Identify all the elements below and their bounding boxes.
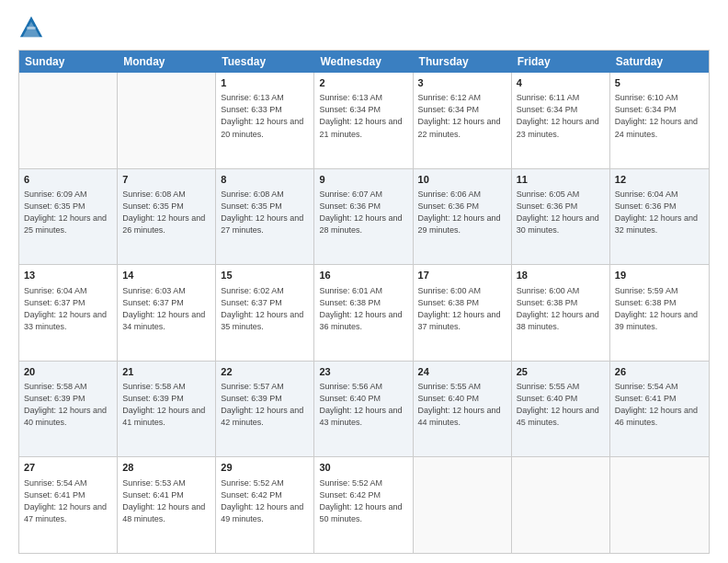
day-number: 14 <box>122 269 210 282</box>
cell-detail: Sunrise: 6:13 AMSunset: 6:33 PMDaylight:… <box>221 92 309 140</box>
cell-detail: Sunrise: 5:59 AMSunset: 6:38 PMDaylight:… <box>615 285 704 333</box>
cell-detail: Sunrise: 6:05 AMSunset: 6:36 PMDaylight:… <box>517 189 605 236</box>
day-number: 26 <box>615 365 704 379</box>
calendar-cell: 22Sunrise: 5:57 AMSunset: 6:39 PMDayligh… <box>216 362 314 457</box>
day-number: 17 <box>418 269 506 282</box>
day-number: 30 <box>319 461 407 475</box>
calendar-cell: 25Sunrise: 5:55 AMSunset: 6:40 PMDayligh… <box>512 362 610 457</box>
calendar-cell: 18Sunrise: 6:00 AMSunset: 6:38 PMDayligh… <box>512 265 610 361</box>
calendar-cell: 6Sunrise: 6:09 AMSunset: 6:35 PMDaylight… <box>19 169 118 265</box>
calendar-header-cell: Thursday <box>414 51 512 73</box>
day-number: 29 <box>221 461 309 475</box>
cell-detail: Sunrise: 5:53 AMSunset: 6:41 PMDaylight:… <box>122 477 210 525</box>
calendar-body: 1Sunrise: 6:13 AMSunset: 6:33 PMDaylight… <box>19 73 709 553</box>
cell-detail: Sunrise: 6:08 AMSunset: 6:35 PMDaylight:… <box>122 189 210 236</box>
cell-detail: Sunrise: 6:03 AMSunset: 6:37 PMDaylight:… <box>122 285 210 333</box>
calendar-cell: 16Sunrise: 6:01 AMSunset: 6:38 PMDayligh… <box>314 265 413 361</box>
cell-detail: Sunrise: 5:57 AMSunset: 6:39 PMDaylight:… <box>221 381 309 429</box>
day-number: 22 <box>221 365 309 379</box>
calendar-header-cell: Friday <box>512 51 610 73</box>
day-number: 27 <box>24 461 112 475</box>
day-number: 10 <box>418 173 506 187</box>
cell-detail: Sunrise: 6:01 AMSunset: 6:38 PMDaylight:… <box>319 285 407 333</box>
calendar-cell: 30Sunrise: 5:52 AMSunset: 6:42 PMDayligh… <box>314 457 413 553</box>
cell-detail: Sunrise: 6:07 AMSunset: 6:36 PMDaylight:… <box>319 189 407 236</box>
cell-detail: Sunrise: 5:56 AMSunset: 6:40 PMDaylight:… <box>319 381 407 429</box>
calendar-cell: 17Sunrise: 6:00 AMSunset: 6:38 PMDayligh… <box>414 265 512 361</box>
calendar-cell <box>512 457 610 553</box>
calendar-cell: 14Sunrise: 6:03 AMSunset: 6:37 PMDayligh… <box>118 265 216 361</box>
cell-detail: Sunrise: 5:54 AMSunset: 6:41 PMDaylight:… <box>24 477 112 525</box>
day-number: 20 <box>24 365 112 379</box>
cell-detail: Sunrise: 6:09 AMSunset: 6:35 PMDaylight:… <box>24 189 112 236</box>
day-number: 24 <box>418 365 506 379</box>
cell-detail: Sunrise: 5:58 AMSunset: 6:39 PMDaylight:… <box>122 381 210 429</box>
calendar-cell: 29Sunrise: 5:52 AMSunset: 6:42 PMDayligh… <box>216 457 314 553</box>
day-number: 3 <box>418 76 506 90</box>
cell-detail: Sunrise: 6:00 AMSunset: 6:38 PMDaylight:… <box>517 285 605 333</box>
calendar-header-cell: Monday <box>118 51 216 73</box>
calendar-cell <box>118 73 216 168</box>
calendar-cell <box>19 73 118 168</box>
calendar-cell: 9Sunrise: 6:07 AMSunset: 6:36 PMDaylight… <box>314 169 413 265</box>
calendar-cell: 23Sunrise: 5:56 AMSunset: 6:40 PMDayligh… <box>314 362 413 457</box>
cell-detail: Sunrise: 5:52 AMSunset: 6:42 PMDaylight:… <box>319 477 407 525</box>
calendar-cell: 11Sunrise: 6:05 AMSunset: 6:36 PMDayligh… <box>512 169 610 265</box>
cell-detail: Sunrise: 6:10 AMSunset: 6:34 PMDaylight:… <box>615 92 704 140</box>
calendar-cell: 15Sunrise: 6:02 AMSunset: 6:37 PMDayligh… <box>216 265 314 361</box>
day-number: 8 <box>221 173 309 187</box>
day-number: 12 <box>615 173 704 187</box>
day-number: 25 <box>517 365 605 379</box>
cell-detail: Sunrise: 5:55 AMSunset: 6:40 PMDaylight:… <box>517 381 605 429</box>
calendar-row: 1Sunrise: 6:13 AMSunset: 6:33 PMDaylight… <box>19 73 709 169</box>
calendar-cell: 3Sunrise: 6:12 AMSunset: 6:34 PMDaylight… <box>414 73 512 168</box>
day-number: 5 <box>615 76 704 90</box>
cell-detail: Sunrise: 6:04 AMSunset: 6:37 PMDaylight:… <box>24 285 112 333</box>
cell-detail: Sunrise: 6:04 AMSunset: 6:36 PMDaylight:… <box>615 189 704 236</box>
cell-detail: Sunrise: 5:55 AMSunset: 6:40 PMDaylight:… <box>418 381 506 429</box>
calendar-cell: 24Sunrise: 5:55 AMSunset: 6:40 PMDayligh… <box>414 362 512 457</box>
calendar-row: 20Sunrise: 5:58 AMSunset: 6:39 PMDayligh… <box>19 362 709 458</box>
calendar-row: 6Sunrise: 6:09 AMSunset: 6:35 PMDaylight… <box>19 169 709 266</box>
calendar-cell: 1Sunrise: 6:13 AMSunset: 6:33 PMDaylight… <box>216 73 314 168</box>
day-number: 13 <box>24 269 112 282</box>
calendar-cell: 4Sunrise: 6:11 AMSunset: 6:34 PMDaylight… <box>512 73 610 168</box>
logo-icon <box>18 15 44 40</box>
calendar-cell <box>610 457 709 553</box>
cell-detail: Sunrise: 5:52 AMSunset: 6:42 PMDaylight:… <box>221 477 309 525</box>
calendar-header: SundayMondayTuesdayWednesdayThursdayFrid… <box>19 51 709 73</box>
cell-detail: Sunrise: 6:13 AMSunset: 6:34 PMDaylight:… <box>319 92 407 140</box>
calendar-cell: 8Sunrise: 6:08 AMSunset: 6:35 PMDaylight… <box>216 169 314 265</box>
day-number: 21 <box>122 365 210 379</box>
calendar-cell: 5Sunrise: 6:10 AMSunset: 6:34 PMDaylight… <box>610 73 709 168</box>
day-number: 4 <box>517 76 605 90</box>
page: SundayMondayTuesdayWednesdayThursdayFrid… <box>0 0 728 563</box>
day-number: 11 <box>517 173 605 187</box>
calendar-cell: 10Sunrise: 6:06 AMSunset: 6:36 PMDayligh… <box>414 169 512 265</box>
header <box>18 15 710 40</box>
calendar-header-cell: Sunday <box>19 51 118 73</box>
calendar-cell: 28Sunrise: 5:53 AMSunset: 6:41 PMDayligh… <box>118 457 216 553</box>
cell-detail: Sunrise: 6:12 AMSunset: 6:34 PMDaylight:… <box>418 92 506 140</box>
calendar-row: 27Sunrise: 5:54 AMSunset: 6:41 PMDayligh… <box>19 457 709 553</box>
day-number: 18 <box>517 269 605 282</box>
day-number: 9 <box>319 173 407 187</box>
cell-detail: Sunrise: 6:02 AMSunset: 6:37 PMDaylight:… <box>221 285 309 333</box>
cell-detail: Sunrise: 6:00 AMSunset: 6:38 PMDaylight:… <box>418 285 506 333</box>
calendar-cell: 7Sunrise: 6:08 AMSunset: 6:35 PMDaylight… <box>118 169 216 265</box>
day-number: 16 <box>319 269 407 282</box>
cell-detail: Sunrise: 6:08 AMSunset: 6:35 PMDaylight:… <box>221 189 309 236</box>
day-number: 7 <box>122 173 210 187</box>
calendar-cell: 19Sunrise: 5:59 AMSunset: 6:38 PMDayligh… <box>610 265 709 361</box>
logo <box>18 15 46 40</box>
day-number: 15 <box>221 269 309 282</box>
day-number: 1 <box>221 76 309 90</box>
calendar-header-cell: Saturday <box>610 51 709 73</box>
day-number: 2 <box>319 76 407 90</box>
calendar-cell <box>414 457 512 553</box>
cell-detail: Sunrise: 6:11 AMSunset: 6:34 PMDaylight:… <box>517 92 605 140</box>
calendar-cell: 20Sunrise: 5:58 AMSunset: 6:39 PMDayligh… <box>19 362 118 457</box>
calendar-cell: 13Sunrise: 6:04 AMSunset: 6:37 PMDayligh… <box>19 265 118 361</box>
day-number: 19 <box>615 269 704 282</box>
calendar-cell: 27Sunrise: 5:54 AMSunset: 6:41 PMDayligh… <box>19 457 118 553</box>
